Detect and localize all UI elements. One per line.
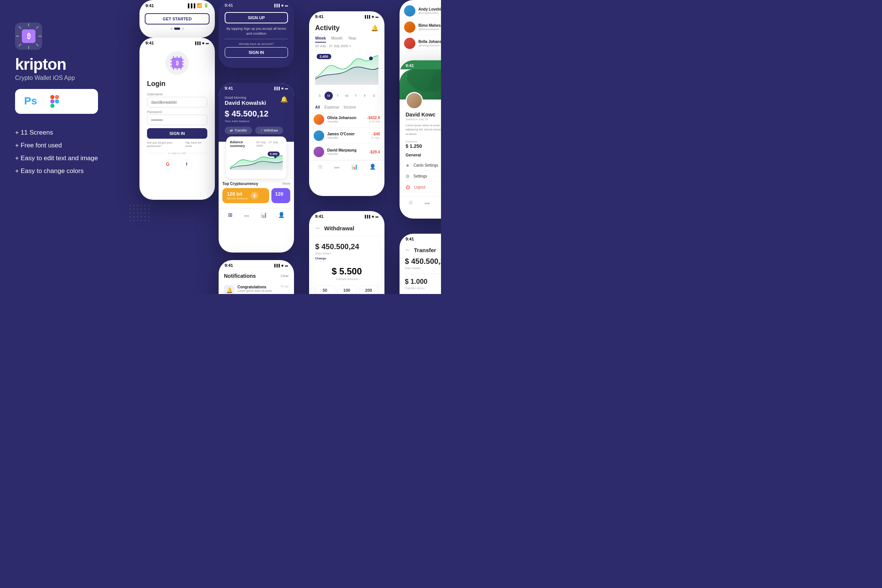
filter-income[interactable]: Income <box>344 105 356 109</box>
n-wifi: ◈ <box>281 264 283 267</box>
withdrawal-change-btn[interactable]: Change <box>315 257 378 260</box>
tab-month[interactable]: Month <box>331 36 343 43</box>
svg-point-32 <box>148 212 150 214</box>
password-input[interactable] <box>147 115 207 125</box>
day-fri[interactable]: F <box>361 92 369 100</box>
bitcoin-item[interactable]: 120 bit Bitcoin Balance ₿ <box>222 188 269 203</box>
balance-chart: 2.400 <box>230 150 283 173</box>
transaction-list: Olivia Johanson Transfer -$432.9 3.30 AM… <box>309 112 384 160</box>
withdraw-button[interactable]: ↑ Withdraw <box>255 127 283 134</box>
transfer-small-label: Transfer Amou <box>405 286 441 290</box>
svg-point-31 <box>144 212 146 214</box>
chart-badge: 2.400 <box>268 152 280 156</box>
username-input[interactable] <box>147 97 207 107</box>
menu-settings[interactable]: ⚙ Settings <box>406 171 441 182</box>
tx-info-1: Olivia Johanson Transfer <box>327 116 364 123</box>
sign-in-button[interactable]: SIGN IN <box>147 128 207 139</box>
day-wed[interactable]: W <box>343 92 351 100</box>
signup-status-time: 9:41 <box>225 3 233 8</box>
google-button[interactable]: G <box>162 159 173 170</box>
battery: ▬ <box>206 41 209 45</box>
filter-expense[interactable]: Expense <box>325 105 339 109</box>
tap-here-link[interactable]: Tap here for reset <box>185 141 207 148</box>
activity-header: Activity 🔔 <box>309 20 384 36</box>
activity-date-range[interactable]: 20 July - 27 July 2020 > <box>309 44 384 48</box>
chip-200[interactable]: 200 <box>359 285 378 294</box>
a-battery: ▬ <box>375 15 378 18</box>
forgot-password-link[interactable]: Did you forgot your password? <box>147 141 185 148</box>
svg-rect-11 <box>55 95 59 99</box>
svg-text:₿: ₿ <box>176 60 179 66</box>
svg-point-27 <box>129 212 131 214</box>
nav-home-act[interactable]: ⊞ <box>318 164 323 170</box>
svg-point-37 <box>144 216 146 217</box>
signup-screen: 9:41 ▐▐▐ ◈ ▬ SIGN UP By tapping Sign up … <box>219 0 294 68</box>
activity-bell-icon[interactable]: 🔔 <box>371 24 378 32</box>
tab-week[interactable]: Week <box>315 36 326 43</box>
transfer-title: Transfer <box>414 247 436 253</box>
transfer-status-bar: 9:41 ▐▐▐ ◈ ▬ <box>400 234 441 243</box>
filter-all[interactable]: All <box>315 105 320 109</box>
general-section: General ★ Cards Settings ⚙ Settings ⏻ Lo… <box>400 153 441 193</box>
cards-settings-icon: ★ <box>406 163 410 168</box>
withdrawal-back-button[interactable]: ← <box>315 225 321 231</box>
photoshop-badge: Ps <box>24 95 37 108</box>
transfer-back-button[interactable]: ← <box>405 247 411 253</box>
transfer-button[interactable]: ⇄ Transfer <box>225 127 252 134</box>
a-wifi: ◈ <box>372 15 374 18</box>
tx-right-3: -$29.4 <box>369 150 380 154</box>
svg-point-34 <box>133 216 135 217</box>
second-crypto-item[interactable]: 120 <box>271 188 290 203</box>
more-link[interactable]: More <box>282 182 290 186</box>
david-stats: Expense $ 1.250 <box>400 140 441 149</box>
chip-50[interactable]: 50 <box>315 285 335 294</box>
signup-button[interactable]: SIGN UP <box>225 12 288 23</box>
withdrawal-status-bar: 9:41 ▐▐▐ ◈ ▬ <box>309 211 384 220</box>
menu-cards-settings[interactable]: ★ Cards Settings <box>406 160 441 171</box>
nav-card[interactable]: ▬ <box>244 212 249 218</box>
day-mon[interactable]: M <box>325 92 333 100</box>
david-nav-card[interactable]: ▬ <box>425 199 430 205</box>
tab-year[interactable]: Year <box>348 36 356 43</box>
clear-button[interactable]: Clear <box>280 274 289 278</box>
avatar-andy <box>404 5 415 17</box>
page-dots <box>139 28 215 30</box>
user-name-bimo: Bimo Mahesa <box>418 23 441 28</box>
notif-status-time: 9:41 <box>225 263 233 268</box>
cards-settings-label: Cards Settings <box>413 163 438 167</box>
chip-100[interactable]: 100 <box>337 285 357 294</box>
battery-icon: 🔋 <box>204 3 209 8</box>
david-nav-home[interactable]: ⊞ <box>409 199 413 205</box>
nav-chart[interactable]: 📊 <box>260 212 267 218</box>
get-started-button[interactable]: GET STARTED <box>145 13 210 24</box>
nav-profile[interactable]: 👤 <box>278 212 285 218</box>
tx-amount-2: -$40 <box>371 132 380 136</box>
transfer-icon: ⇄ <box>230 129 233 132</box>
tx-name-1: Olivia Johanson <box>327 116 364 120</box>
transfer-small-amount: $ 1.000 <box>405 278 441 286</box>
svg-point-43 <box>144 220 146 221</box>
day-tue[interactable]: T <box>334 92 342 100</box>
day-sat[interactable]: S <box>370 92 378 100</box>
crypto-header: Top Cryptocurrency More <box>222 182 290 186</box>
menu-logout[interactable]: ⏻ Logout <box>406 182 441 193</box>
activity-chart: 2,400 <box>309 51 384 89</box>
nav-card-act[interactable]: ▬ <box>334 164 340 170</box>
nav-chart-act[interactable]: 📊 <box>351 164 358 170</box>
logo-area: ₿ <box>15 23 121 50</box>
nav-profile-act[interactable]: 👤 <box>369 164 376 170</box>
nav-home[interactable]: ⊞ <box>228 212 233 218</box>
day-sun[interactable]: S <box>315 92 324 100</box>
app-subtitle: Crypto Wallet iOS App <box>15 75 121 81</box>
day-thu[interactable]: T <box>352 92 360 100</box>
svg-point-42 <box>141 220 142 221</box>
facebook-button[interactable]: f <box>181 159 192 170</box>
crypto-section-title: Top Cryptocurrency <box>222 182 258 186</box>
notification-bell[interactable]: 🔔 <box>280 96 288 103</box>
activity-bottom-nav: ⊞ ▬ 📊 👤 <box>309 160 384 173</box>
notif-icon-1: 🔔 <box>224 285 234 294</box>
signin-from-signup-button[interactable]: SIGN IN <box>225 47 288 58</box>
transfer-amount-display: $ 5.500 <box>315 266 378 277</box>
tx-time-1: 3.30 AM <box>367 120 380 123</box>
status-bar: 9:41 ▐▐▐ 📶 🔋 <box>139 0 215 9</box>
